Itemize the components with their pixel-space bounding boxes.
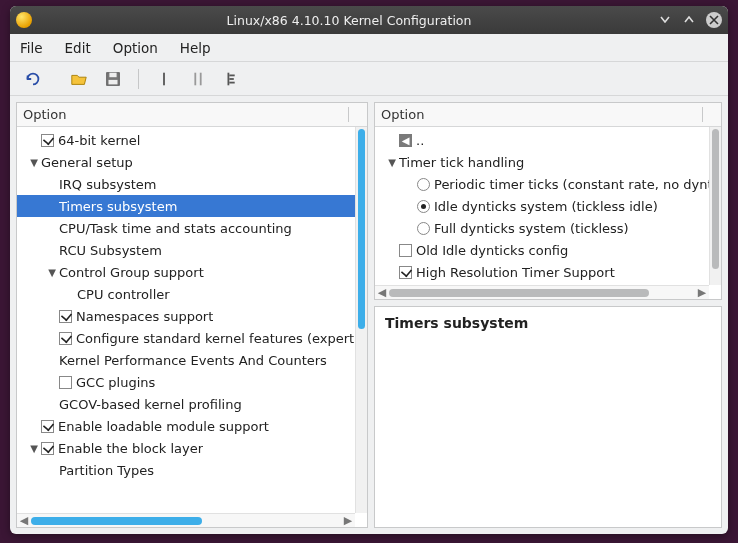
- svg-rect-3: [163, 72, 165, 85]
- svg-rect-4: [194, 72, 196, 85]
- back-icon[interactable]: ◀: [399, 134, 412, 147]
- checkbox[interactable]: [41, 420, 54, 433]
- left-tree[interactable]: 64-bit kernel▼General setupIRQ subsystem…: [17, 127, 355, 513]
- tree-item-label: Full dynticks system (tickless): [434, 221, 629, 236]
- maximize-button[interactable]: [682, 13, 696, 27]
- right-hscroll-thumb[interactable]: [389, 289, 649, 297]
- tree-item[interactable]: Periodic timer ticks (constant rate, no …: [375, 173, 709, 195]
- left-vscroll-thumb[interactable]: [358, 129, 365, 329]
- svg-rect-9: [229, 81, 234, 83]
- tree-item[interactable]: ▼Timer tick handling: [375, 151, 709, 173]
- tree-item[interactable]: CPU/Task time and stats accounting: [17, 217, 355, 239]
- menu-edit[interactable]: Edit: [65, 40, 91, 56]
- description-pane: Timers subsystem: [374, 306, 722, 528]
- tree-item[interactable]: Old Idle dynticks config: [375, 239, 709, 261]
- right-tree-pane: Option ◀..▼Timer tick handlingPeriodic t…: [374, 102, 722, 300]
- tree-item-label: Old Idle dynticks config: [416, 243, 568, 258]
- save-button[interactable]: [98, 66, 128, 92]
- scroll-left-icon[interactable]: ◀: [17, 514, 31, 527]
- scroll-right-icon[interactable]: ▶: [695, 286, 709, 299]
- right-vscroll-thumb[interactable]: [712, 129, 719, 269]
- tree-item-label: GCOV-based kernel profiling: [59, 397, 242, 412]
- tree-item-label: 64-bit kernel: [58, 133, 140, 148]
- back-button[interactable]: [18, 66, 48, 92]
- minimize-button[interactable]: [658, 13, 672, 27]
- tree-item[interactable]: High Resolution Timer Support: [375, 261, 709, 283]
- tree-item[interactable]: Timers subsystem: [17, 195, 355, 217]
- checkbox[interactable]: [399, 266, 412, 279]
- toolbar: [10, 62, 728, 96]
- right-tree[interactable]: ◀..▼Timer tick handlingPeriodic timer ti…: [375, 127, 709, 285]
- svg-rect-8: [229, 78, 234, 80]
- description-title: Timers subsystem: [385, 315, 711, 331]
- chevron-down-icon[interactable]: ▼: [27, 443, 41, 454]
- left-hscroll-thumb[interactable]: [31, 517, 202, 525]
- app-window: Linux/x86 4.10.10 Kernel Configuration F…: [10, 6, 728, 534]
- tree-item[interactable]: Kernel Performance Events And Counters: [17, 349, 355, 371]
- window-title: Linux/x86 4.10.10 Kernel Configuration: [40, 13, 658, 28]
- tree-item-label: General setup: [41, 155, 133, 170]
- svg-rect-6: [228, 72, 230, 85]
- checkbox[interactable]: [59, 376, 72, 389]
- content-area: Option 64-bit kernel▼General setupIRQ su…: [10, 96, 728, 534]
- chevron-down-icon[interactable]: ▼: [45, 267, 59, 278]
- scroll-left-icon[interactable]: ◀: [375, 286, 389, 299]
- full-view-button[interactable]: [217, 66, 247, 92]
- tree-item-label: Enable loadable module support: [58, 419, 269, 434]
- checkbox[interactable]: [59, 332, 72, 345]
- tree-item[interactable]: RCU Subsystem: [17, 239, 355, 261]
- tree-item[interactable]: Partition Types: [17, 459, 355, 481]
- left-column-title: Option: [23, 107, 66, 122]
- tree-item[interactable]: GCC plugins: [17, 371, 355, 393]
- titlebar[interactable]: Linux/x86 4.10.10 Kernel Configuration: [10, 6, 728, 34]
- chevron-down-icon[interactable]: ▼: [27, 157, 41, 168]
- right-vscrollbar[interactable]: [709, 127, 721, 285]
- close-button[interactable]: [706, 12, 722, 28]
- tree-item[interactable]: GCOV-based kernel profiling: [17, 393, 355, 415]
- tree-item[interactable]: Configure standard kernel features (expe…: [17, 327, 355, 349]
- left-tree-pane: Option 64-bit kernel▼General setupIRQ su…: [16, 102, 368, 528]
- tree-item[interactable]: Namespaces support: [17, 305, 355, 327]
- tree-item[interactable]: ▼Control Group support: [17, 261, 355, 283]
- tree-item-label: Partition Types: [59, 463, 154, 478]
- tree-item[interactable]: 64-bit kernel: [17, 129, 355, 151]
- tree-item[interactable]: ▼General setup: [17, 151, 355, 173]
- right-hscrollbar[interactable]: ◀ ▶: [375, 285, 709, 299]
- radio[interactable]: [417, 178, 430, 191]
- scroll-right-icon[interactable]: ▶: [341, 514, 355, 527]
- checkbox[interactable]: [59, 310, 72, 323]
- left-hscrollbar[interactable]: ◀ ▶: [17, 513, 355, 527]
- checkbox[interactable]: [399, 244, 412, 257]
- right-column-title: Option: [381, 107, 424, 122]
- tree-item[interactable]: IRQ subsystem: [17, 173, 355, 195]
- tree-item[interactable]: ▼Enable the block layer: [17, 437, 355, 459]
- svg-rect-7: [229, 74, 234, 76]
- toolbar-separator: [138, 69, 139, 89]
- left-column-header[interactable]: Option: [17, 103, 367, 127]
- tree-item[interactable]: ◀..: [375, 129, 709, 151]
- left-vscrollbar[interactable]: [355, 127, 367, 513]
- radio[interactable]: [417, 222, 430, 235]
- tree-item[interactable]: Full dynticks system (tickless): [375, 217, 709, 239]
- tree-item-label: CPU/Task time and stats accounting: [59, 221, 292, 236]
- right-column-header[interactable]: Option: [375, 103, 721, 127]
- tree-item[interactable]: CPU controller: [17, 283, 355, 305]
- menu-help[interactable]: Help: [180, 40, 211, 56]
- checkbox[interactable]: [41, 134, 54, 147]
- checkbox[interactable]: [41, 442, 54, 455]
- tree-item-label: GCC plugins: [76, 375, 155, 390]
- tree-item-label: High Resolution Timer Support: [416, 265, 615, 280]
- app-icon: [16, 12, 32, 28]
- tree-item-label: ..: [416, 133, 424, 148]
- radio[interactable]: [417, 200, 430, 213]
- menu-file[interactable]: File: [20, 40, 43, 56]
- tree-item-label: CPU controller: [77, 287, 170, 302]
- open-button[interactable]: [64, 66, 94, 92]
- single-view-button[interactable]: [149, 66, 179, 92]
- menu-option[interactable]: Option: [113, 40, 158, 56]
- tree-item[interactable]: Enable loadable module support: [17, 415, 355, 437]
- tree-item[interactable]: Idle dynticks system (tickless idle): [375, 195, 709, 217]
- tree-item-label: Timers subsystem: [59, 199, 177, 214]
- chevron-down-icon[interactable]: ▼: [385, 157, 399, 168]
- split-view-button[interactable]: [183, 66, 213, 92]
